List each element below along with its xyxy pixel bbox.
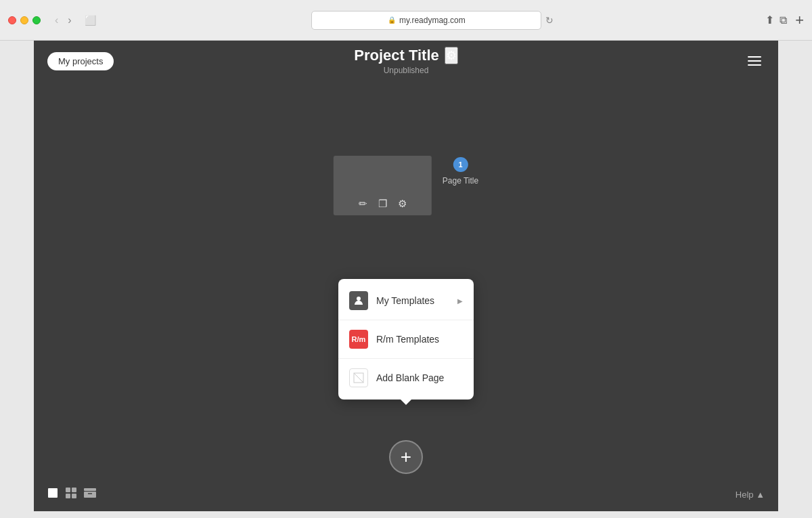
- reader-button[interactable]: ⬜: [81, 12, 100, 28]
- menu-divider-2: [338, 358, 474, 359]
- browser-chrome: ‹ › ⬜ 🔒 my.readymag.com ↻ ⬆ ⧉ +: [0, 0, 812, 41]
- address-bar: 🔒 my.readymag.com ↻: [119, 11, 746, 30]
- svg-line-2: [354, 373, 363, 383]
- share-button[interactable]: ⬆: [765, 14, 774, 26]
- view-controls: [47, 487, 96, 502]
- app-container: My projects Project Title ⚙ Unpublished …: [34, 41, 778, 511]
- lock-icon: 🔒: [388, 16, 396, 24]
- my-templates-arrow: ▶: [457, 297, 463, 305]
- blank-page-label: Add Blank Page: [376, 372, 444, 383]
- new-tab-button[interactable]: +: [795, 12, 804, 29]
- forward-button[interactable]: ›: [64, 13, 74, 28]
- svg-rect-7: [72, 494, 76, 498]
- my-templates-item[interactable]: My Templates ▶: [338, 284, 474, 317]
- svg-rect-5: [72, 488, 76, 492]
- page-thumbnail[interactable]: ✏ ❐ ⚙: [334, 156, 432, 215]
- top-bar: My projects Project Title ⚙ Unpublished: [34, 41, 778, 81]
- page-actions: ✏ ❐ ⚙: [359, 198, 407, 210]
- svg-point-0: [357, 297, 361, 301]
- page-label-area: 1 Page Title: [443, 156, 478, 186]
- reload-button[interactable]: ↻: [545, 15, 554, 26]
- back-button[interactable]: ‹: [51, 13, 62, 28]
- bottom-bar: Help ▲: [34, 477, 778, 511]
- my-templates-label: My Templates: [376, 295, 434, 306]
- hamburger-line-1: [748, 56, 761, 58]
- content-area: ✏ ❐ ⚙ 1 Page Title My Templates: [34, 81, 778, 477]
- svg-rect-3: [48, 488, 58, 498]
- project-title-text: Project Title: [354, 47, 439, 64]
- svg-rect-4: [66, 488, 70, 492]
- traffic-lights: [8, 16, 41, 24]
- grid-view-button[interactable]: [65, 487, 77, 502]
- page-label: Page Title: [443, 176, 478, 186]
- page-settings-button[interactable]: ⚙: [398, 198, 407, 210]
- project-settings-icon[interactable]: ⚙: [445, 47, 458, 64]
- help-button[interactable]: Help ▲: [736, 490, 765, 500]
- maximize-button[interactable]: [32, 16, 41, 24]
- rm-templates-item[interactable]: R/m R/m Templates: [338, 323, 474, 355]
- close-button[interactable]: [8, 16, 16, 24]
- svg-rect-8: [84, 488, 96, 491]
- rm-templates-icon: R/m: [349, 330, 368, 349]
- my-projects-button[interactable]: My projects: [47, 52, 114, 70]
- copy-page-button[interactable]: ❐: [378, 198, 387, 210]
- project-title-area: Project Title ⚙ Unpublished: [354, 47, 458, 75]
- add-page-button[interactable]: +: [389, 440, 423, 474]
- blank-page-icon: [349, 368, 368, 387]
- hamburger-line-2: [748, 60, 761, 62]
- menu-divider-1: [338, 320, 474, 320]
- nav-buttons: ‹ ›: [51, 13, 75, 28]
- rm-templates-label: R/m Templates: [376, 334, 439, 345]
- add-blank-page-item[interactable]: Add Blank Page: [338, 362, 474, 394]
- svg-rect-9: [84, 492, 96, 498]
- duplicate-button[interactable]: ⧉: [780, 14, 787, 26]
- project-status: Unpublished: [384, 66, 429, 75]
- my-templates-icon: [349, 291, 368, 310]
- url-field[interactable]: 🔒 my.readymag.com: [311, 11, 541, 30]
- hamburger-menu-button[interactable]: [744, 53, 765, 69]
- rm-icon-text: R/m: [352, 335, 366, 343]
- edit-page-button[interactable]: ✏: [359, 198, 367, 210]
- project-title: Project Title ⚙: [354, 47, 458, 64]
- single-view-button[interactable]: [47, 488, 58, 501]
- url-text: my.readymag.com: [399, 16, 466, 25]
- page-card-area: ✏ ❐ ⚙ 1 Page Title: [334, 156, 478, 215]
- archive-view-button[interactable]: [84, 488, 96, 500]
- hamburger-line-3: [748, 64, 761, 66]
- minimize-button[interactable]: [20, 16, 28, 24]
- svg-rect-6: [66, 494, 70, 498]
- popup-menu: My Templates ▶ R/m R/m Templates Add Bla: [338, 279, 474, 400]
- browser-actions: ⬆ ⧉: [765, 14, 787, 26]
- page-number-badge: 1: [453, 157, 468, 172]
